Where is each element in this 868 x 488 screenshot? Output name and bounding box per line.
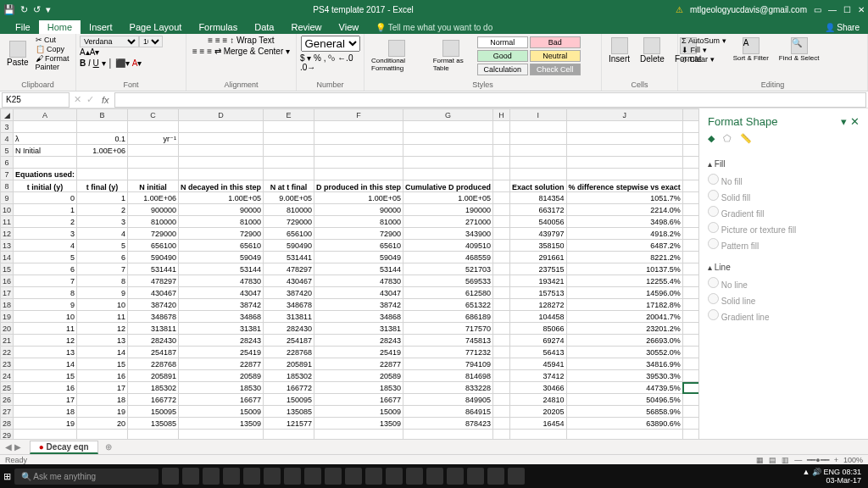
cell[interactable] bbox=[510, 145, 567, 157]
cell[interactable]: 24810 bbox=[510, 394, 567, 406]
col-header[interactable]: C bbox=[128, 109, 179, 121]
enter-formula-icon[interactable]: ✓ bbox=[84, 94, 97, 105]
cell[interactable] bbox=[128, 430, 179, 440]
cell[interactable]: 2214.0% bbox=[566, 204, 682, 216]
row-header[interactable]: 22 bbox=[1, 347, 14, 358]
taskbar-app-icon[interactable] bbox=[182, 468, 199, 485]
save-icon[interactable]: 💾 bbox=[3, 4, 15, 15]
cell[interactable]: 254187 bbox=[128, 347, 179, 358]
cell[interactable]: 4 bbox=[77, 228, 128, 240]
cell[interactable]: 20205 bbox=[510, 406, 567, 418]
cell[interactable]: 1 bbox=[14, 204, 77, 216]
cell[interactable]: 185302 bbox=[128, 382, 179, 394]
cell[interactable]: 254187 bbox=[264, 335, 314, 347]
tab-page-layout[interactable]: Page Layout bbox=[121, 20, 191, 34]
italic-button[interactable]: I bbox=[88, 58, 91, 68]
cell[interactable]: 39530.3% bbox=[566, 370, 682, 382]
cell[interactable] bbox=[682, 335, 698, 347]
cell[interactable]: 521703 bbox=[403, 263, 493, 275]
account-name[interactable]: mtlgeologyucdavis@gmail.com bbox=[690, 5, 807, 14]
taskbar-app-icon[interactable] bbox=[365, 468, 382, 485]
cell[interactable]: 531441 bbox=[128, 263, 179, 275]
cell[interactable] bbox=[493, 263, 510, 275]
name-box[interactable]: K25 bbox=[2, 92, 70, 108]
cell[interactable] bbox=[264, 121, 314, 133]
cell[interactable] bbox=[493, 370, 510, 382]
cell[interactable]: 3 bbox=[14, 228, 77, 240]
cell[interactable] bbox=[264, 157, 314, 169]
cell[interactable] bbox=[510, 169, 567, 180]
cell[interactable]: 59049 bbox=[179, 252, 264, 263]
cell[interactable] bbox=[179, 145, 264, 157]
taskbar-app-icon[interactable] bbox=[304, 468, 321, 485]
cell[interactable]: 185302 bbox=[264, 370, 314, 382]
cell[interactable] bbox=[682, 180, 698, 192]
number-format-select[interactable]: General bbox=[301, 36, 360, 52]
cell[interactable]: 439797 bbox=[510, 228, 567, 240]
col-header[interactable]: D bbox=[179, 109, 264, 121]
cell[interactable]: 18530 bbox=[179, 382, 264, 394]
cell[interactable] bbox=[403, 145, 493, 157]
cell[interactable]: 291661 bbox=[510, 252, 567, 263]
cell[interactable]: 13 bbox=[77, 335, 128, 347]
insert-cells-button[interactable]: Insert bbox=[605, 36, 633, 65]
cell[interactable] bbox=[77, 430, 128, 440]
cell[interactable]: 8221.2% bbox=[566, 252, 682, 263]
clear-button[interactable]: ◇ Clear ▾ bbox=[682, 55, 726, 64]
cell[interactable]: 663172 bbox=[510, 204, 567, 216]
cell[interactable]: 810000 bbox=[264, 204, 314, 216]
cell[interactable]: 34816.9% bbox=[566, 358, 682, 370]
cell[interactable]: 104458 bbox=[510, 311, 567, 323]
cell[interactable]: 5 bbox=[77, 240, 128, 252]
delete-cells-button[interactable]: Delete bbox=[637, 36, 668, 65]
cell[interactable] bbox=[179, 169, 264, 180]
wrap-text-button[interactable]: Wrap Text bbox=[236, 36, 275, 45]
cell[interactable]: 1.00E+05 bbox=[314, 192, 403, 204]
cell[interactable]: % difference stepwise vs exact bbox=[566, 180, 682, 192]
cell[interactable]: 31381 bbox=[314, 323, 403, 335]
fill-option[interactable]: Picture or texture fill bbox=[708, 220, 860, 236]
cell[interactable]: D produced in this step bbox=[314, 180, 403, 192]
cell[interactable]: 205891 bbox=[264, 358, 314, 370]
cell[interactable]: 7 bbox=[14, 275, 77, 287]
tab-formulas[interactable]: Formulas bbox=[190, 20, 246, 34]
cell[interactable]: 2 bbox=[14, 216, 77, 228]
cell[interactable] bbox=[566, 430, 682, 440]
task-view-icon[interactable] bbox=[162, 468, 179, 485]
cell[interactable] bbox=[314, 133, 403, 145]
cell[interactable] bbox=[682, 323, 698, 335]
cell[interactable]: 30552.0% bbox=[566, 347, 682, 358]
tab-view[interactable]: View bbox=[331, 20, 368, 34]
fill-option[interactable]: Gradient fill bbox=[708, 204, 860, 220]
tell-me[interactable]: 💡 Tell me what you want to do bbox=[367, 21, 501, 34]
system-clock[interactable]: ▲ 🔊 ENG 08:31 03-Mar-17 bbox=[803, 468, 865, 485]
ribbon-options-icon[interactable]: ▭ bbox=[814, 5, 821, 14]
format-painter-button[interactable]: 🖌 Format Painter bbox=[36, 54, 72, 71]
redo-icon[interactable]: ↺ bbox=[33, 4, 41, 15]
cell[interactable]: Exact solution bbox=[510, 180, 567, 192]
row-header[interactable]: 15 bbox=[1, 263, 14, 275]
cell[interactable]: 20589 bbox=[179, 370, 264, 382]
cell[interactable] bbox=[314, 430, 403, 440]
cell[interactable]: 228768 bbox=[128, 358, 179, 370]
cell[interactable] bbox=[14, 121, 77, 133]
cell[interactable]: 814354 bbox=[510, 192, 567, 204]
cell[interactable]: 20589 bbox=[314, 370, 403, 382]
cell[interactable]: 1.00E+06 bbox=[77, 145, 128, 157]
cell[interactable]: 150095 bbox=[128, 406, 179, 418]
cell-styles-gallery[interactable]: NormalBadGoodNeutralCalculationCheck Cel… bbox=[476, 36, 598, 76]
cell[interactable]: 540056 bbox=[510, 216, 567, 228]
cell[interactable]: 47830 bbox=[179, 275, 264, 287]
cell[interactable] bbox=[566, 121, 682, 133]
cell[interactable]: 72900 bbox=[179, 228, 264, 240]
cell[interactable]: 205891 bbox=[128, 370, 179, 382]
undo-icon[interactable]: ↻ bbox=[20, 4, 28, 15]
style-cell[interactable]: Normal bbox=[477, 36, 528, 48]
formula-bar[interactable] bbox=[114, 92, 866, 108]
cell[interactable]: 1051.7% bbox=[566, 192, 682, 204]
cell[interactable] bbox=[682, 263, 698, 275]
cell[interactable] bbox=[493, 145, 510, 157]
cell[interactable]: 25419 bbox=[314, 347, 403, 358]
cell[interactable]: 38742 bbox=[314, 299, 403, 311]
cell[interactable]: 128272 bbox=[510, 299, 567, 311]
